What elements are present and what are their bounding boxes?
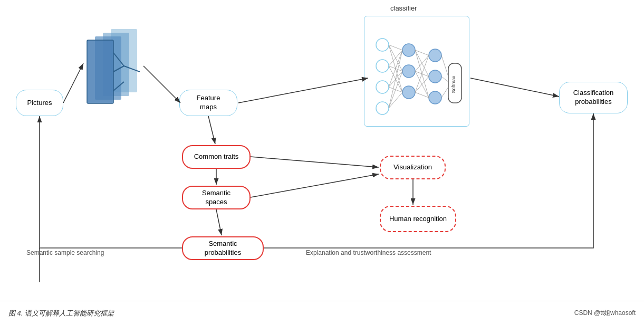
svg-line-47	[63, 63, 83, 103]
classification-probs-node: Classification probabilities	[559, 82, 628, 113]
svg-rect-3	[87, 40, 113, 103]
svg-point-17	[429, 70, 441, 83]
svg-line-54	[251, 157, 379, 167]
human-recognition-node: Human recognition	[380, 206, 456, 232]
pictures-node: Pictures	[16, 90, 63, 116]
svg-text:Softmax: Softmax	[451, 75, 456, 93]
svg-line-53	[216, 209, 222, 235]
diagram-container: classifier Pictures Feature maps	[0, 0, 644, 301]
classifier-label: classifier	[390, 4, 417, 13]
footer: 图 4. 语义可解释人工智能研究框架 CSDN @tt姐whaosoft	[0, 301, 644, 325]
feature-maps-node: Feature maps	[179, 90, 237, 116]
svg-line-55	[251, 174, 379, 197]
semantic-sample-label: Semantic sample searching	[26, 249, 104, 256]
svg-point-14	[402, 65, 415, 78]
svg-line-31	[389, 71, 402, 108]
footer-brand: CSDN @tt姐whaosoft	[574, 309, 636, 318]
svg-point-16	[429, 49, 441, 62]
semantic-probs-node: Semantic probabilities	[182, 236, 264, 260]
svg-point-12	[376, 102, 389, 114]
explanation-label: Explanation and trustworthiness assessme…	[306, 249, 431, 256]
common-traits-node: Common traits	[182, 145, 251, 169]
semantic-spaces-node: Semantic spaces	[182, 186, 251, 209]
svg-line-43	[441, 77, 448, 82]
svg-line-44	[441, 87, 448, 98]
neural-net-svg: Softmax	[369, 29, 464, 124]
svg-point-18	[429, 91, 441, 104]
cnn-icon	[82, 26, 140, 106]
svg-line-39	[415, 55, 429, 92]
svg-point-13	[402, 44, 415, 56]
svg-point-10	[376, 60, 389, 72]
svg-point-9	[376, 39, 389, 51]
svg-line-50	[470, 78, 559, 97]
svg-line-51	[208, 116, 215, 144]
svg-line-42	[441, 55, 448, 77]
svg-line-33	[415, 50, 429, 55]
svg-line-27	[389, 50, 402, 87]
svg-line-21	[389, 45, 402, 50]
svg-line-49	[238, 78, 368, 103]
visualization-node: Visualization	[380, 156, 446, 179]
svg-line-48	[143, 66, 180, 103]
svg-point-15	[402, 86, 415, 99]
svg-line-41	[415, 92, 429, 98]
svg-line-30	[389, 50, 402, 108]
footer-caption: 图 4. 语义可解释人工智能研究框架	[8, 309, 114, 318]
svg-point-11	[376, 81, 389, 93]
